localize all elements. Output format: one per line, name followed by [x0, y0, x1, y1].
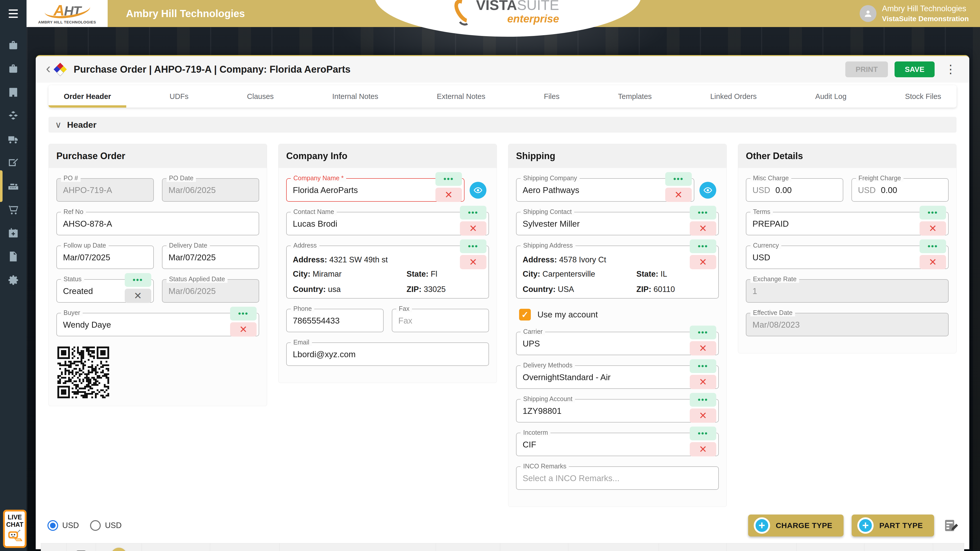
- currency-lookup-button[interactable]: •••: [920, 240, 946, 253]
- contact-lookup-button[interactable]: •••: [460, 206, 487, 219]
- address-lookup-button[interactable]: •••: [460, 240, 487, 253]
- status-field[interactable]: Status Created ••• ✕: [56, 279, 154, 303]
- fax-field[interactable]: Fax Fax: [392, 309, 489, 332]
- shipping-account-lookup-button[interactable]: •••: [690, 393, 716, 407]
- use-my-account-checkbox[interactable]: ✓: [519, 309, 531, 321]
- inco-remarks-field[interactable]: INCO Remarks Select a INCO Remarks...: [516, 466, 719, 490]
- sidebar-item-compose[interactable]: [0, 151, 27, 175]
- menu-icon[interactable]: [0, 0, 27, 27]
- sidebar-item-briefcase-alt[interactable]: [0, 57, 27, 81]
- sidebar-item-inventory[interactable]: [0, 104, 27, 127]
- incoterm-clear-button[interactable]: ✕: [690, 442, 716, 456]
- sidebar-item-purchasing[interactable]: [0, 175, 27, 198]
- carrier-clear-button[interactable]: ✕: [690, 341, 716, 356]
- shipping-address-clear-button[interactable]: ✕: [690, 255, 716, 269]
- status-lookup-button[interactable]: •••: [125, 273, 151, 287]
- shipping-account-clear-button[interactable]: ✕: [690, 408, 716, 423]
- buyer-clear-button[interactable]: ✕: [230, 322, 257, 337]
- view-company-button[interactable]: [469, 182, 487, 198]
- address-clear-button[interactable]: ✕: [460, 255, 487, 269]
- col-num[interactable]: #: [142, 543, 210, 551]
- follow-up-date-field[interactable]: Follow up Date Mar/07/2025: [56, 246, 154, 269]
- sidebar-item-building[interactable]: [0, 81, 27, 104]
- carrier-lookup-button[interactable]: •••: [690, 326, 716, 339]
- tab-internal-notes[interactable]: Internal Notes: [332, 85, 379, 108]
- shipping-company-clear-button[interactable]: ✕: [665, 188, 692, 202]
- contact-name-field[interactable]: Contact Name Lucas Brodi ••• ✕: [286, 212, 489, 235]
- currency-radio-usd-1[interactable]: USD: [48, 520, 79, 531]
- freight-charge-field[interactable]: Freight Charge USD0.00: [851, 178, 949, 202]
- header-section-toggle[interactable]: ∨ Header: [48, 117, 956, 133]
- shipping-address-lookup-button[interactable]: •••: [690, 240, 716, 253]
- sidebar-item-settings[interactable]: [0, 268, 27, 292]
- company-name-field[interactable]: Company Name * Florida AeroParts ••• ✕: [286, 178, 465, 202]
- company-clear-button[interactable]: ✕: [436, 188, 462, 202]
- save-button[interactable]: SAVE: [894, 62, 935, 77]
- col-qty-recv[interactable]: QTY RECV: [864, 543, 933, 551]
- more-options-icon[interactable]: ⋮: [941, 64, 960, 75]
- col-pn[interactable]: PN: [279, 543, 436, 551]
- shipping-address-field[interactable]: Shipping Address Address: 4578 Ivory Ct …: [516, 246, 719, 299]
- col-signals[interactable]: SIGNALS: [210, 543, 279, 551]
- shipping-contact-clear-button[interactable]: ✕: [690, 221, 716, 236]
- shipping-company-lookup-button[interactable]: •••: [665, 172, 692, 186]
- table-settings-icon[interactable]: [942, 517, 959, 534]
- shipping-contact-lookup-button[interactable]: •••: [690, 206, 716, 219]
- bulk-edit-button[interactable]: [111, 548, 127, 551]
- live-chat-button[interactable]: LIVE CHAT: [3, 510, 27, 548]
- col-type[interactable]: TYPE: [568, 543, 659, 551]
- col-uom[interactable]: UOM: [933, 543, 964, 551]
- phone-field[interactable]: Phone 7865554433: [286, 309, 383, 332]
- terms-lookup-button[interactable]: •••: [920, 206, 946, 219]
- status-clear-button-disabled[interactable]: ✕: [125, 289, 151, 303]
- incoterm-field[interactable]: Incoterm CIF ••• ✕: [516, 433, 719, 456]
- company-lookup-button[interactable]: •••: [436, 172, 462, 186]
- shipping-contact-field[interactable]: Shipping Contact Sylvester Miller ••• ✕: [516, 212, 719, 235]
- add-charge-type-button[interactable]: + CHARGE TYPE: [748, 514, 843, 537]
- address-field[interactable]: Address Address: 4321 SW 49th st City: M…: [286, 246, 489, 299]
- currency-clear-button[interactable]: ✕: [920, 255, 946, 269]
- currency-field[interactable]: Currency USD ••• ✕: [746, 246, 949, 269]
- shipping-company-field[interactable]: Shipping Company Aero Pathways ••• ✕: [516, 178, 694, 202]
- shipping-account-field[interactable]: Shipping Account 1ZY98801 ••• ✕: [516, 399, 719, 422]
- sidebar-item-sales[interactable]: [0, 198, 27, 221]
- delivery-methods-field[interactable]: Delivery Methods OvernightStandard - Air…: [516, 365, 719, 389]
- contact-clear-button[interactable]: ✕: [460, 221, 487, 236]
- sidebar-item-invoices[interactable]: [0, 245, 27, 268]
- delivery-date-field[interactable]: Delivery Date Mar/07/2025: [162, 246, 259, 269]
- tab-clauses[interactable]: Clauses: [247, 85, 274, 108]
- carrier-field[interactable]: Carrier UPS ••• ✕: [516, 332, 719, 355]
- avatar[interactable]: [860, 5, 877, 22]
- col-qty-ord[interactable]: QTY ORD: [796, 543, 864, 551]
- tab-audit-log[interactable]: Audit Log: [815, 85, 846, 108]
- back-button[interactable]: ‹: [45, 61, 53, 78]
- misc-charge-field[interactable]: Misc Charge USD0.00: [746, 178, 843, 202]
- tab-external-notes[interactable]: External Notes: [437, 85, 485, 108]
- terms-field[interactable]: Terms PREPAID ••• ✕: [746, 212, 949, 235]
- user-chip[interactable]: Ambry Hill Technologies VistaSuite Demon…: [860, 4, 969, 23]
- col-traceability[interactable]: TRACEABILI...: [659, 543, 727, 551]
- col-cd[interactable]: CD: [727, 543, 796, 551]
- currency-radio-usd-2[interactable]: USD: [90, 520, 121, 531]
- tab-stock-files[interactable]: Stock Files: [905, 85, 941, 108]
- delivery-methods-clear-button[interactable]: ✕: [690, 375, 716, 389]
- add-part-type-button[interactable]: + PART TYPE: [852, 514, 934, 537]
- tab-templates[interactable]: Templates: [618, 85, 652, 108]
- sidebar-item-briefcase[interactable]: [0, 34, 27, 57]
- sidebar-item-shipping[interactable]: [0, 127, 27, 151]
- sidebar-item-scheduling[interactable]: [0, 221, 27, 245]
- col-description[interactable]: DESCRIPTION: [436, 543, 500, 551]
- terms-clear-button[interactable]: ✕: [920, 221, 946, 236]
- tab-udfs[interactable]: UDFs: [170, 85, 188, 108]
- view-shipping-company-button[interactable]: [699, 182, 716, 198]
- incoterm-lookup-button[interactable]: •••: [690, 427, 716, 440]
- ref-no-field[interactable]: Ref No AHSO-878-A: [56, 212, 259, 235]
- buyer-field[interactable]: Buyer Wendy Daye ••• ✕: [56, 313, 259, 336]
- tab-order-header[interactable]: Order Header: [64, 85, 111, 108]
- delivery-methods-lookup-button[interactable]: •••: [690, 359, 716, 373]
- tab-files[interactable]: Files: [544, 85, 559, 108]
- tab-linked-orders[interactable]: Linked Orders: [710, 85, 757, 108]
- email-field[interactable]: Email Lbordi@xyz.com: [286, 343, 489, 366]
- col-tran-type[interactable]: TRAN TYPE: [500, 543, 568, 551]
- print-button[interactable]: PRINT: [845, 62, 888, 77]
